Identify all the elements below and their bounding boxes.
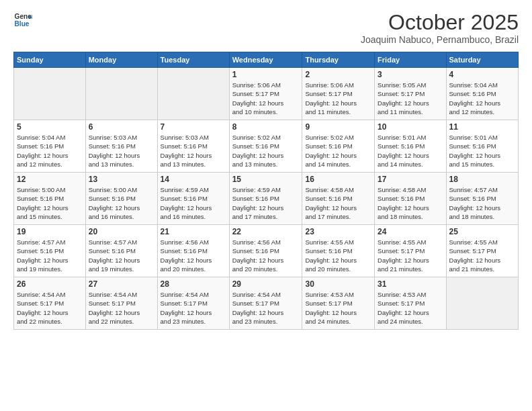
day-info: Sunrise: 5:02 AM Sunset: 5:16 PM Dayligh… xyxy=(232,133,300,169)
table-row: 15Sunrise: 4:59 AM Sunset: 5:16 PM Dayli… xyxy=(229,173,302,225)
day-number: 2 xyxy=(305,70,371,79)
day-number: 15 xyxy=(232,175,300,184)
day-number: 30 xyxy=(305,279,371,289)
table-row: 27Sunrise: 4:54 AM Sunset: 5:17 PM Dayli… xyxy=(85,277,157,330)
day-info: Sunrise: 4:56 AM Sunset: 5:16 PM Dayligh… xyxy=(232,238,300,273)
day-info: Sunrise: 5:05 AM Sunset: 5:17 PM Dayligh… xyxy=(378,81,443,116)
day-number: 9 xyxy=(305,122,371,132)
header: General Blue October 2025 Joaquim Nabuco… xyxy=(13,11,519,45)
day-info: Sunrise: 4:54 AM Sunset: 5:17 PM Dayligh… xyxy=(17,290,83,326)
col-monday: Monday xyxy=(85,52,157,68)
day-number: 19 xyxy=(17,227,83,236)
calendar-header-row: Sunday Monday Tuesday Wednesday Thursday… xyxy=(14,52,519,68)
calendar-week-1: 1Sunrise: 5:06 AM Sunset: 5:17 PM Daylig… xyxy=(14,68,519,120)
month-title: October 2025 xyxy=(361,11,519,34)
day-number: 31 xyxy=(378,279,443,289)
day-info: Sunrise: 5:01 AM Sunset: 5:16 PM Dayligh… xyxy=(449,133,515,169)
table-row: 29Sunrise: 4:54 AM Sunset: 5:17 PM Dayli… xyxy=(229,277,302,330)
day-number: 5 xyxy=(17,122,83,132)
logo-icon: General Blue xyxy=(13,11,32,30)
table-row: 17Sunrise: 4:58 AM Sunset: 5:16 PM Dayli… xyxy=(375,173,446,225)
logo: General Blue xyxy=(13,11,32,30)
day-number: 17 xyxy=(378,175,443,184)
day-info: Sunrise: 5:04 AM Sunset: 5:16 PM Dayligh… xyxy=(449,81,515,116)
table-row: 26Sunrise: 4:54 AM Sunset: 5:17 PM Dayli… xyxy=(14,277,86,330)
table-row: 30Sunrise: 4:53 AM Sunset: 5:17 PM Dayli… xyxy=(302,277,375,330)
calendar-week-2: 5Sunrise: 5:04 AM Sunset: 5:16 PM Daylig… xyxy=(14,120,519,173)
day-info: Sunrise: 4:54 AM Sunset: 5:17 PM Dayligh… xyxy=(232,290,300,326)
table-row: 22Sunrise: 4:56 AM Sunset: 5:16 PM Dayli… xyxy=(229,225,302,277)
calendar-week-5: 26Sunrise: 4:54 AM Sunset: 5:17 PM Dayli… xyxy=(14,277,519,330)
table-row: 6Sunrise: 5:03 AM Sunset: 5:16 PM Daylig… xyxy=(85,120,157,173)
day-info: Sunrise: 4:57 AM Sunset: 5:16 PM Dayligh… xyxy=(89,238,154,273)
day-info: Sunrise: 4:56 AM Sunset: 5:16 PM Dayligh… xyxy=(161,238,226,273)
day-info: Sunrise: 4:59 AM Sunset: 5:16 PM Dayligh… xyxy=(161,185,226,221)
col-saturday: Saturday xyxy=(446,52,518,68)
day-info: Sunrise: 5:01 AM Sunset: 5:16 PM Dayligh… xyxy=(378,133,443,169)
day-number: 12 xyxy=(17,175,83,184)
day-number: 27 xyxy=(89,279,154,289)
col-wednesday: Wednesday xyxy=(229,52,302,68)
table-row: 9Sunrise: 5:02 AM Sunset: 5:16 PM Daylig… xyxy=(302,120,375,173)
day-number: 10 xyxy=(378,122,443,132)
table-row: 1Sunrise: 5:06 AM Sunset: 5:17 PM Daylig… xyxy=(229,68,302,120)
day-info: Sunrise: 4:58 AM Sunset: 5:16 PM Dayligh… xyxy=(305,185,371,221)
table-row: 11Sunrise: 5:01 AM Sunset: 5:16 PM Dayli… xyxy=(446,120,518,173)
day-info: Sunrise: 4:53 AM Sunset: 5:17 PM Dayligh… xyxy=(378,290,443,326)
table-row xyxy=(85,68,157,120)
col-friday: Friday xyxy=(375,52,446,68)
table-row: 4Sunrise: 5:04 AM Sunset: 5:16 PM Daylig… xyxy=(446,68,518,120)
day-number: 4 xyxy=(449,70,515,79)
table-row: 18Sunrise: 4:57 AM Sunset: 5:16 PM Dayli… xyxy=(446,173,518,225)
day-info: Sunrise: 5:03 AM Sunset: 5:16 PM Dayligh… xyxy=(89,133,154,169)
title-block: October 2025 Joaquim Nabuco, Pernambuco,… xyxy=(361,11,519,45)
table-row: 3Sunrise: 5:05 AM Sunset: 5:17 PM Daylig… xyxy=(375,68,446,120)
day-number: 8 xyxy=(232,122,300,132)
day-number: 28 xyxy=(161,279,226,289)
day-number: 6 xyxy=(89,122,154,132)
day-number: 14 xyxy=(161,175,226,184)
day-info: Sunrise: 5:00 AM Sunset: 5:16 PM Dayligh… xyxy=(17,185,83,221)
table-row: 16Sunrise: 4:58 AM Sunset: 5:16 PM Dayli… xyxy=(302,173,375,225)
day-number: 20 xyxy=(89,227,154,236)
day-info: Sunrise: 5:03 AM Sunset: 5:16 PM Dayligh… xyxy=(161,133,226,169)
day-info: Sunrise: 4:57 AM Sunset: 5:16 PM Dayligh… xyxy=(449,185,515,221)
table-row: 10Sunrise: 5:01 AM Sunset: 5:16 PM Dayli… xyxy=(375,120,446,173)
day-info: Sunrise: 4:55 AM Sunset: 5:17 PM Dayligh… xyxy=(378,238,443,273)
table-row: 19Sunrise: 4:57 AM Sunset: 5:16 PM Dayli… xyxy=(14,225,86,277)
table-row xyxy=(157,68,229,120)
table-row xyxy=(446,277,518,330)
table-row: 20Sunrise: 4:57 AM Sunset: 5:16 PM Dayli… xyxy=(85,225,157,277)
table-row: 23Sunrise: 4:55 AM Sunset: 5:16 PM Dayli… xyxy=(302,225,375,277)
table-row: 7Sunrise: 5:03 AM Sunset: 5:16 PM Daylig… xyxy=(157,120,229,173)
day-info: Sunrise: 4:58 AM Sunset: 5:16 PM Dayligh… xyxy=(378,185,443,221)
table-row: 24Sunrise: 4:55 AM Sunset: 5:17 PM Dayli… xyxy=(375,225,446,277)
day-info: Sunrise: 4:54 AM Sunset: 5:17 PM Dayligh… xyxy=(161,290,226,326)
day-info: Sunrise: 4:57 AM Sunset: 5:16 PM Dayligh… xyxy=(17,238,83,273)
page: General Blue October 2025 Joaquim Nabuco… xyxy=(0,0,532,411)
day-info: Sunrise: 5:04 AM Sunset: 5:16 PM Dayligh… xyxy=(17,133,83,169)
subtitle: Joaquim Nabuco, Pernambuco, Brazil xyxy=(361,34,519,45)
table-row: 31Sunrise: 4:53 AM Sunset: 5:17 PM Dayli… xyxy=(375,277,446,330)
day-info: Sunrise: 5:02 AM Sunset: 5:16 PM Dayligh… xyxy=(305,133,371,169)
day-number: 26 xyxy=(17,279,83,289)
day-info: Sunrise: 5:06 AM Sunset: 5:17 PM Dayligh… xyxy=(305,81,371,116)
day-info: Sunrise: 5:06 AM Sunset: 5:17 PM Dayligh… xyxy=(232,81,300,116)
table-row: 14Sunrise: 4:59 AM Sunset: 5:16 PM Dayli… xyxy=(157,173,229,225)
svg-text:Blue: Blue xyxy=(15,20,30,28)
day-info: Sunrise: 4:53 AM Sunset: 5:17 PM Dayligh… xyxy=(305,290,371,326)
day-number: 7 xyxy=(161,122,226,132)
table-row: 5Sunrise: 5:04 AM Sunset: 5:16 PM Daylig… xyxy=(14,120,86,173)
calendar-week-4: 19Sunrise: 4:57 AM Sunset: 5:16 PM Dayli… xyxy=(14,225,519,277)
day-number: 24 xyxy=(378,227,443,236)
day-info: Sunrise: 4:54 AM Sunset: 5:17 PM Dayligh… xyxy=(89,290,154,326)
day-number: 22 xyxy=(232,227,300,236)
day-number: 29 xyxy=(232,279,300,289)
day-info: Sunrise: 4:55 AM Sunset: 5:16 PM Dayligh… xyxy=(305,238,371,273)
table-row: 12Sunrise: 5:00 AM Sunset: 5:16 PM Dayli… xyxy=(14,173,86,225)
col-tuesday: Tuesday xyxy=(157,52,229,68)
col-thursday: Thursday xyxy=(302,52,375,68)
day-info: Sunrise: 4:59 AM Sunset: 5:16 PM Dayligh… xyxy=(232,185,300,221)
table-row: 25Sunrise: 4:55 AM Sunset: 5:17 PM Dayli… xyxy=(446,225,518,277)
table-row: 2Sunrise: 5:06 AM Sunset: 5:17 PM Daylig… xyxy=(302,68,375,120)
